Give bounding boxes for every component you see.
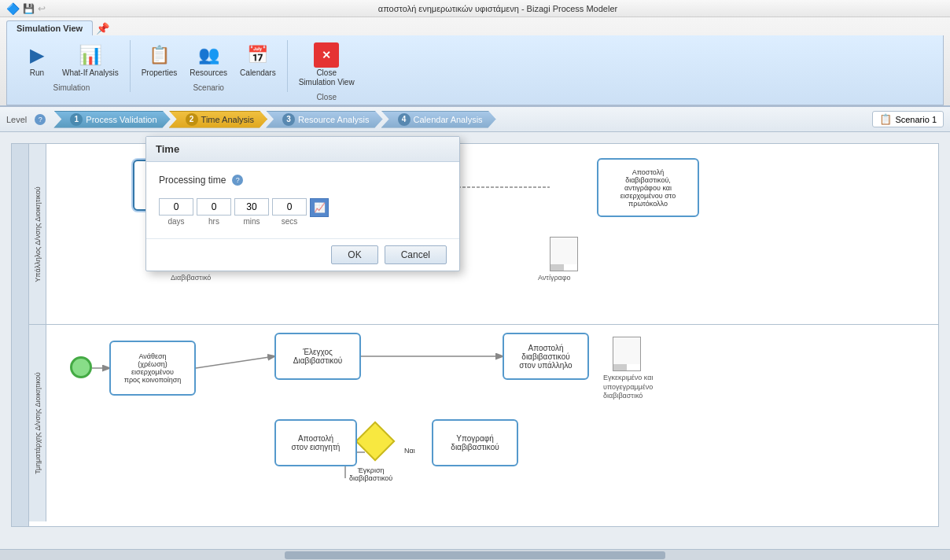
step-3-resource-analysis[interactable]: 3 Resource Analysis: [266, 111, 383, 128]
secs-input-group: secs: [272, 198, 307, 226]
mins-input[interactable]: [234, 198, 269, 216]
lane-1-header: Υπάλληλος Δ/νσης Διοικητικού: [29, 144, 46, 324]
task-elegchos[interactable]: ΈλεγχοςΔιαβιβαστικού: [274, 333, 361, 380]
gateway-egkrisi[interactable]: [355, 422, 396, 462]
app-icon: 🔷: [6, 2, 20, 15]
hrs-label: hrs: [208, 217, 219, 226]
scenario-icon: 📋: [879, 113, 892, 125]
step-4-label: Calendar Analysis: [414, 115, 483, 124]
level-label: Level: [6, 115, 27, 124]
calendars-button[interactable]: 📅 Calendars: [235, 40, 281, 80]
calendars-label: Calendars: [240, 68, 276, 78]
days-input-group: days: [159, 198, 193, 226]
step-1-process-validation[interactable]: 1 Process Validation: [53, 111, 170, 128]
step-4-calendar-analysis[interactable]: 4 Calendar Analysis: [381, 111, 496, 128]
lane-2: Τμηματάρχης Δ/νσης Διοικητικού: [29, 325, 938, 521]
hrs-input-group: hrs: [197, 198, 231, 226]
time-chart-button[interactable]: 📈: [310, 198, 329, 217]
calendars-icon: 📅: [245, 42, 271, 68]
days-input[interactable]: [159, 198, 193, 216]
step-2-number: 2: [186, 113, 198, 126]
scenario-label: Scenario 1: [895, 115, 937, 124]
pool-header: [12, 144, 29, 526]
task-ypografi[interactable]: Υπογραφήδιαβιβαστικού: [432, 419, 518, 466]
task-ypografi-label: Υπογραφήδιαβιβαστικού: [451, 434, 499, 451]
properties-button[interactable]: 📋 Properties: [137, 40, 182, 80]
processing-time-row: Processing time ?: [159, 175, 447, 186]
what-if-icon: 📊: [78, 42, 103, 68]
task-apostoli-ypallilo-label: Αποστολήδιαβιβαστικούστον υπάλληλο: [519, 344, 572, 370]
ribbon-group-scenario: 📋 Properties 👥 Resources 📅 Calendars Sce…: [131, 40, 288, 92]
task-apostoli-ypallilo[interactable]: Αποστολήδιαβιβαστικούστον υπάλληλο: [503, 333, 589, 380]
gateway-egkrisi-label: Έγκρισηδιαβιβαστικού: [349, 466, 392, 482]
ribbon-content: ▶ Run 📊 What-If Analysis Simulation 📋 Pr…: [6, 35, 944, 105]
step-2-time-analysis[interactable]: 2 Time Analysis: [169, 111, 267, 128]
doc-diabibastiko-label: Διαβιβαστικό: [171, 274, 211, 282]
close-buttons: ✕ CloseSimulation View: [294, 40, 359, 90]
scrollbar-thumb[interactable]: [285, 551, 665, 559]
dialog-title: Time: [146, 137, 459, 162]
run-icon: ▶: [24, 42, 50, 68]
ribbon-group-close: ✕ CloseSimulation View Close: [288, 40, 366, 101]
gateway-yes-label: Ναι: [404, 447, 415, 455]
task-apostoli-eisigiti-label: Αποστολήστον εισηγητή: [292, 434, 341, 451]
lane-1-label: Υπάλληλος Δ/νσης Διοικητικού: [34, 186, 42, 282]
days-label: days: [168, 217, 184, 226]
resources-button[interactable]: 👥 Resources: [185, 40, 232, 80]
chart-icon: 📈: [314, 202, 326, 213]
start-event[interactable]: [70, 356, 92, 378]
task-apostoli-eisigiti[interactable]: Αποστολήστον εισηγητή: [274, 419, 357, 466]
mins-input-group: mins: [234, 198, 269, 226]
pin-icon[interactable]: 📌: [96, 22, 109, 35]
secs-input[interactable]: [272, 198, 307, 216]
processing-time-help[interactable]: ?: [232, 175, 243, 186]
doc-antigrafo: [550, 237, 578, 271]
title-bar: 🔷 💾 ↩ αποστολή ενημερωτικών υφιστάμενη -…: [0, 0, 950, 17]
run-label: Run: [30, 68, 44, 78]
doc-eggekrimmeno-label: Εγκεκριμένο καιυπογεγραμμένοδιαβιβαστικό: [603, 374, 653, 401]
level-help-icon[interactable]: ?: [35, 114, 46, 125]
scrollbar-area: [0, 549, 950, 560]
step-2-label: Time Analysis: [201, 115, 254, 124]
close-icon: ✕: [314, 42, 339, 68]
ribbon: Simulation View 📌 ▶ Run 📊 What-If Analys…: [0, 17, 950, 107]
task-anathesi-label: Ανάθεση(χρέωση)εισερχομένουπρος κοινοποί…: [124, 352, 182, 384]
svg-line-3: [196, 356, 274, 368]
what-if-button[interactable]: 📊 What-If Analysis: [57, 40, 123, 80]
step-1-number: 1: [70, 113, 83, 126]
window-title: αποστολή ενημερωτικών υφιστάμενη - Bizag…: [52, 4, 944, 13]
dialog-body: Processing time ? days hrs mins: [146, 162, 459, 238]
scenario-badge[interactable]: 📋 Scenario 1: [872, 111, 944, 127]
save-icon[interactable]: 💾: [23, 3, 35, 14]
task-apostoli-label: Αποστολήδιαβιβαστικού,αντιγράφου καιεισε…: [620, 168, 676, 208]
undo-icon: ↩: [38, 3, 46, 14]
simulation-buttons: ▶ Run 📊 What-If Analysis: [20, 40, 123, 80]
task-anathesi[interactable]: Ανάθεση(χρέωση)εισερχομένουπρος κοινοποί…: [109, 341, 196, 396]
hrs-input[interactable]: [197, 198, 231, 216]
scenario-buttons: 📋 Properties 👥 Resources 📅 Calendars: [137, 40, 281, 80]
title-bar-icons: 🔷 💾 ↩: [6, 2, 46, 15]
canvas-area: Υπάλληλος Δ/νσης Διοικητικού Σύν: [0, 132, 950, 549]
simulation-group-label: Simulation: [53, 83, 90, 92]
properties-icon: 📋: [146, 42, 171, 68]
run-button[interactable]: ▶ Run: [20, 40, 54, 80]
lane-2-header: Τμηματάρχης Δ/νσης Διοικητικού: [29, 325, 46, 521]
lane-2-label: Τμηματάρχης Δ/νσης Διοικητικού: [34, 372, 42, 474]
close-group-label: Close: [316, 93, 337, 101]
secs-label: secs: [282, 217, 298, 226]
steps-bar: Level ? 1 Process Validation 2 Time Anal…: [0, 107, 950, 132]
ribbon-group-simulation: ▶ Run 📊 What-If Analysis Simulation: [13, 40, 131, 92]
cancel-button[interactable]: Cancel: [385, 245, 447, 264]
doc-antigrafo-label: Αντίγραφο: [538, 274, 571, 282]
step-1-label: Process Validation: [86, 115, 156, 124]
task-apostoli-diabibastikoy[interactable]: Αποστολήδιαβιβαστικού,αντιγράφου καιεισε…: [597, 158, 699, 217]
ok-button[interactable]: OK: [331, 245, 377, 264]
step-4-number: 4: [398, 113, 411, 126]
time-inputs: days hrs mins secs 📈: [159, 198, 447, 226]
dialog-footer: OK Cancel: [146, 238, 459, 271]
scenario-group-label: Scenario: [193, 83, 223, 92]
resources-label: Resources: [190, 68, 227, 78]
processing-time-label: Processing time: [159, 175, 226, 186]
ribbon-tab-simulation[interactable]: Simulation View: [6, 20, 93, 35]
close-simulation-button[interactable]: ✕ CloseSimulation View: [294, 40, 359, 90]
